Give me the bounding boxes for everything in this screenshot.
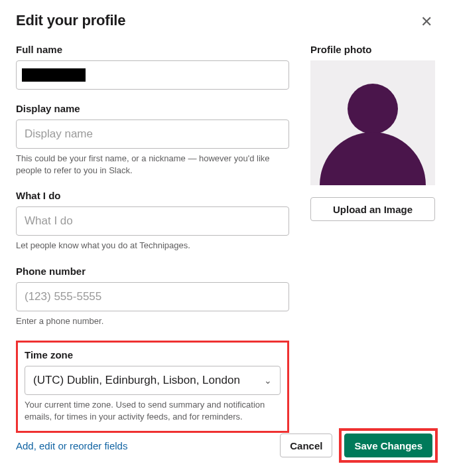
cancel-button[interactable]: Cancel [280, 434, 332, 457]
whatido-helper: Let people know what you do at Technipag… [16, 240, 289, 252]
whatido-label: What I do [16, 190, 289, 201]
fullname-redacted-value [22, 68, 86, 82]
chevron-down-icon: ⌄ [264, 375, 272, 386]
fullname-input[interactable] [16, 60, 289, 90]
displayname-helper: This could be your first name, or a nick… [16, 153, 289, 177]
svg-point-0 [348, 84, 398, 134]
timezone-helper: Your current time zone. Used to send sum… [25, 399, 281, 423]
timezone-label: Time zone [25, 349, 281, 360]
upload-image-button[interactable]: Upload an Image [310, 197, 435, 221]
profilephoto-label: Profile photo [310, 44, 435, 55]
displayname-input[interactable] [16, 119, 289, 149]
close-button[interactable]: ✕ [418, 12, 435, 32]
phone-label: Phone number [16, 266, 289, 277]
save-highlight-box: Save Changes [339, 428, 438, 463]
displayname-label: Display name [16, 103, 289, 114]
timezone-highlight-box: Time zone (UTC) Dublin, Edinburgh, Lisbo… [16, 341, 289, 433]
timezone-value: (UTC) Dublin, Edinburgh, Lisbon, London [33, 374, 240, 387]
avatar-icon [320, 72, 426, 185]
fullname-label: Full name [16, 44, 289, 55]
phone-input[interactable] [16, 282, 289, 311]
whatido-input[interactable] [16, 206, 289, 236]
close-icon: ✕ [420, 13, 432, 30]
phone-helper: Enter a phone number. [16, 315, 289, 327]
reorder-fields-link[interactable]: Add, edit or reorder fields [16, 440, 127, 451]
modal-title: Edit your profile [16, 12, 125, 29]
avatar-placeholder [310, 60, 435, 185]
timezone-select[interactable]: (UTC) Dublin, Edinburgh, Lisbon, London … [25, 366, 281, 395]
save-button[interactable]: Save Changes [344, 434, 432, 457]
